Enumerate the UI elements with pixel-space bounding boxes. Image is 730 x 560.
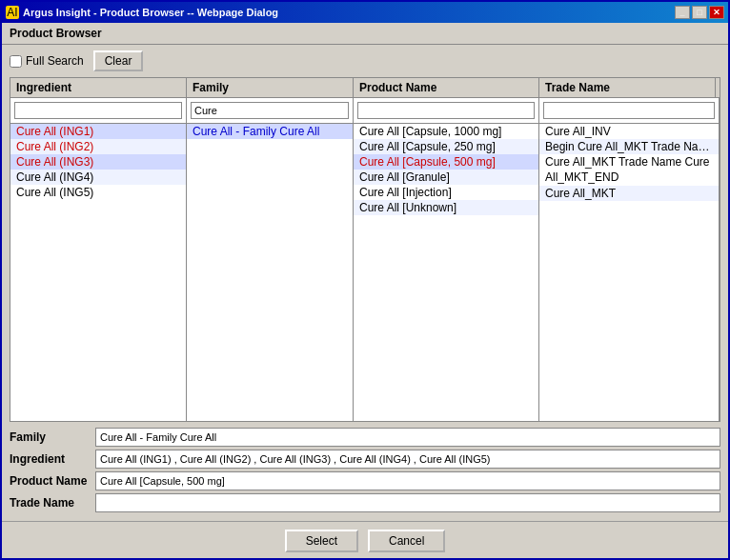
family-label: Family xyxy=(10,430,95,444)
family-search-row xyxy=(187,100,353,124)
product-name-value: Cure All [Capsule, 500 mg] xyxy=(95,471,720,490)
cancel-button[interactable]: Cancel xyxy=(368,530,445,552)
button-bar: Select Cancel xyxy=(2,521,728,558)
bottom-section: Family Cure All - Family Cure All Ingred… xyxy=(2,422,728,521)
list-item[interactable]: Cure All_INV xyxy=(539,124,719,139)
full-search-checkbox[interactable] xyxy=(10,55,22,68)
col-header-product: Product Name xyxy=(354,78,539,97)
list-item[interactable]: Cure All - Family Cure All xyxy=(187,124,353,139)
minimize-button[interactable]: _ xyxy=(675,6,690,19)
product-search-row xyxy=(354,100,538,124)
full-search-label[interactable]: Full Search xyxy=(10,54,84,68)
list-item[interactable]: Cure All (ING1) xyxy=(10,124,186,139)
list-item[interactable]: Begin Cure All_MKT Trade Name xyxy=(539,139,719,154)
maximize-button[interactable]: □ xyxy=(692,6,707,19)
ingredient-field-row: Ingredient Cure All (ING1) , Cure All (I… xyxy=(10,450,720,469)
window-title: Argus Insight - Product Browser -- Webpa… xyxy=(23,7,278,18)
main-content: Ingredient Family Product Name Trade Nam… xyxy=(2,77,728,422)
ingredient-value: Cure All (ING1) , Cure All (ING2) , Cure… xyxy=(95,450,720,469)
clear-button[interactable]: Clear xyxy=(93,50,144,71)
ingredient-search-input[interactable] xyxy=(14,102,182,119)
title-bar-left: AI Argus Insight - Product Browser -- We… xyxy=(6,6,278,19)
family-search-input[interactable] xyxy=(191,102,349,119)
list-item[interactable]: Cure All (ING2) xyxy=(10,139,186,154)
family-field-row: Family Cure All - Family Cure All xyxy=(10,428,720,447)
col-header-family: Family xyxy=(187,78,354,97)
trade-name-field-row: Trade Name xyxy=(10,493,720,512)
list-item[interactable]: Cure All [Granule] xyxy=(354,170,538,185)
table-header: Ingredient Family Product Name Trade Nam… xyxy=(10,78,720,98)
table-container: Ingredient Family Product Name Trade Nam… xyxy=(10,77,720,422)
trade-name-label: Trade Name xyxy=(10,496,95,510)
product-name-label: Product Name xyxy=(10,474,95,488)
list-item[interactable]: Cure All [Capsule, 1000 mg] xyxy=(354,124,538,139)
trade-search-row xyxy=(539,100,719,124)
close-button[interactable]: ✕ xyxy=(709,6,724,19)
family-column: Cure All - Family Cure All xyxy=(187,98,354,421)
list-item[interactable]: Cure All (ING5) xyxy=(10,185,186,200)
trade-name-value xyxy=(95,493,720,512)
ingredient-label: Ingredient xyxy=(10,452,95,466)
list-item[interactable]: Cure All_MKT Trade Name Cure All_MKT_END xyxy=(539,154,719,186)
toolbar: Full Search Clear xyxy=(2,45,728,77)
product-search-input[interactable] xyxy=(357,102,535,119)
title-bar: AI Argus Insight - Product Browser -- We… xyxy=(2,2,728,23)
product-name-field-row: Product Name Cure All [Capsule, 500 mg] xyxy=(10,471,720,490)
list-item[interactable]: Cure All (ING4) xyxy=(10,170,186,185)
window: AI Argus Insight - Product Browser -- We… xyxy=(0,0,730,560)
trade-search-input[interactable] xyxy=(543,102,715,119)
product-column: Cure All [Capsule, 1000 mg] Cure All [Ca… xyxy=(354,98,539,421)
dialog-header: Product Browser xyxy=(2,23,728,45)
list-item[interactable]: Cure All (ING3) xyxy=(10,154,186,170)
list-item[interactable]: Cure All [Injection] xyxy=(354,185,538,200)
list-item[interactable]: Cure All [Capsule, 250 mg] xyxy=(354,139,538,154)
trade-column: Cure All_INV Begin Cure All_MKT Trade Na… xyxy=(539,98,720,421)
col-header-ingredient: Ingredient xyxy=(10,78,187,97)
ingredient-column: Cure All (ING1) Cure All (ING2) Cure All… xyxy=(10,98,187,421)
family-value: Cure All - Family Cure All xyxy=(95,428,720,447)
list-item[interactable]: Cure All [Unknown] xyxy=(354,200,538,215)
list-item[interactable]: Cure All_MKT xyxy=(539,186,719,201)
list-item[interactable]: Cure All [Capsule, 500 mg] xyxy=(354,154,538,170)
select-button[interactable]: Select xyxy=(285,530,358,552)
app-icon: AI xyxy=(6,6,19,19)
col-header-trade: Trade Name xyxy=(539,78,716,97)
title-controls: _ □ ✕ xyxy=(675,6,724,19)
ingredient-search-row xyxy=(10,100,186,124)
table-body: Cure All (ING1) Cure All (ING2) Cure All… xyxy=(10,98,720,421)
